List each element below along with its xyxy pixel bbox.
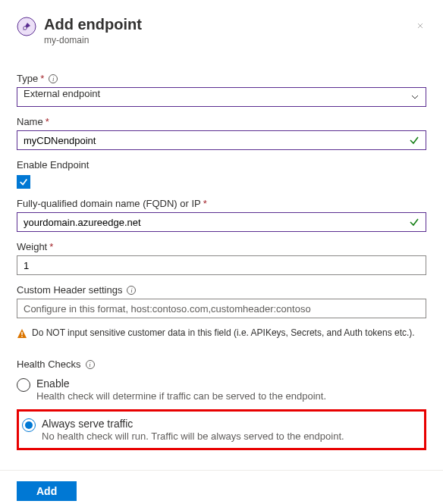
required-indicator: * [49, 241, 53, 252]
close-icon [417, 23, 423, 29]
weight-input[interactable] [17, 256, 426, 274]
health-checks-label: Health Checks [17, 358, 81, 370]
warning-text: Do NOT input sensitive customer data in … [32, 327, 415, 338]
custom-header-input[interactable] [17, 299, 426, 318]
required-indicator: * [46, 116, 49, 127]
type-select[interactable]: External endpoint [17, 87, 426, 107]
info-icon[interactable]: i [86, 360, 95, 369]
health-always-desc: No health check will run. Traffic will b… [42, 430, 344, 442]
name-input-wrap [17, 130, 426, 150]
info-icon[interactable]: i [49, 74, 58, 83]
panel-title: Add endpoint [44, 15, 414, 33]
weight-label: Weight [17, 241, 47, 252]
check-icon [409, 217, 419, 227]
close-button[interactable] [414, 17, 426, 29]
add-button[interactable]: Add [17, 481, 77, 501]
health-always-title: Always serve traffic [42, 418, 344, 430]
enable-endpoint-label: Enable Endpoint [17, 159, 89, 171]
custom-header-input-wrap [17, 299, 426, 318]
weight-input-wrap [17, 255, 426, 275]
health-option-enable[interactable]: Enable Health check will determine if tr… [17, 376, 426, 403]
warning-icon [17, 328, 27, 339]
svg-rect-2 [21, 332, 22, 335]
panel-header: Add endpoint my-domain [17, 15, 426, 45]
health-option-always[interactable]: Always serve traffic No health check wil… [22, 416, 421, 443]
custom-header-label: Custom Header settings [17, 284, 122, 296]
name-label: Name [17, 116, 43, 127]
check-icon [19, 177, 28, 186]
required-indicator: * [203, 198, 207, 209]
svg-rect-3 [21, 336, 22, 337]
health-enable-desc: Health check will determine if traffic c… [36, 390, 326, 402]
type-value: External endpoint [17, 88, 410, 106]
health-enable-title: Enable [36, 377, 326, 390]
chevron-down-icon [410, 92, 419, 102]
info-icon[interactable]: i [127, 286, 136, 295]
endpoint-icon [17, 17, 36, 36]
fqdn-input[interactable] [17, 213, 409, 231]
type-label: Type [17, 73, 38, 84]
enable-endpoint-checkbox[interactable] [17, 175, 30, 189]
check-icon [409, 135, 419, 146]
svg-point-1 [24, 27, 27, 30]
required-indicator: * [40, 73, 44, 84]
panel-subtitle: my-domain [44, 35, 414, 45]
name-input[interactable] [17, 131, 409, 149]
radio-checked-icon [22, 418, 36, 432]
radio-unchecked-icon [17, 378, 30, 392]
highlighted-selection: Always serve traffic No health check wil… [17, 409, 426, 450]
fqdn-input-wrap [17, 212, 426, 232]
fqdn-label: Fully-qualified domain name (FQDN) or IP [17, 198, 201, 209]
